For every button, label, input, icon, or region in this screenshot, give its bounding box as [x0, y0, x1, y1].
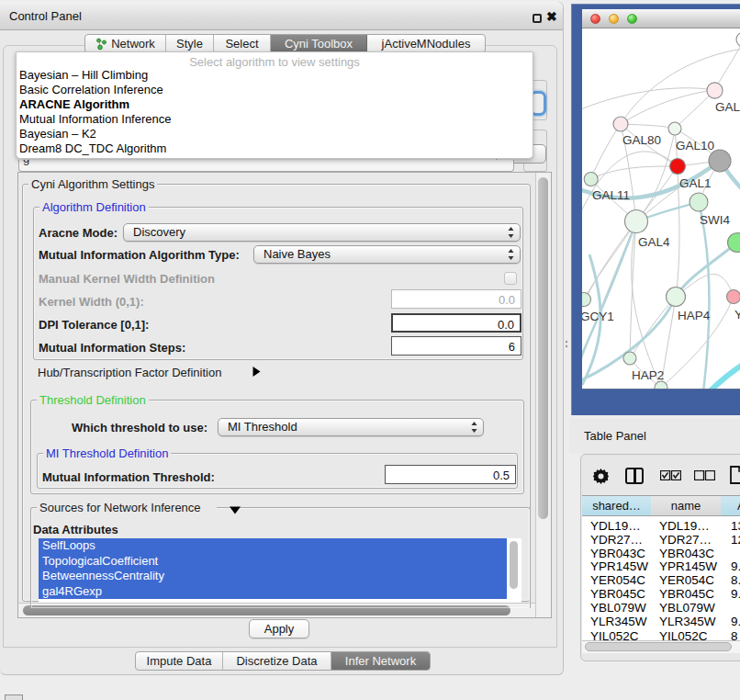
svg-text:GAL2: GAL2	[715, 100, 740, 114]
svg-text:Y: Y	[734, 308, 740, 322]
svg-text:GAL80: GAL80	[622, 133, 661, 147]
svg-text:GAL1: GAL1	[679, 176, 712, 190]
svg-text:HAP2: HAP2	[632, 368, 664, 382]
svg-text:HAP4: HAP4	[678, 309, 711, 322]
svg-text:SWI4: SWI4	[700, 213, 730, 227]
svg-text:GCY1: GCY1	[582, 310, 614, 323]
svg-text:GAL10: GAL10	[676, 139, 714, 152]
svg-text:GAL11: GAL11	[592, 188, 630, 202]
svg-text:GAL4: GAL4	[638, 235, 670, 249]
